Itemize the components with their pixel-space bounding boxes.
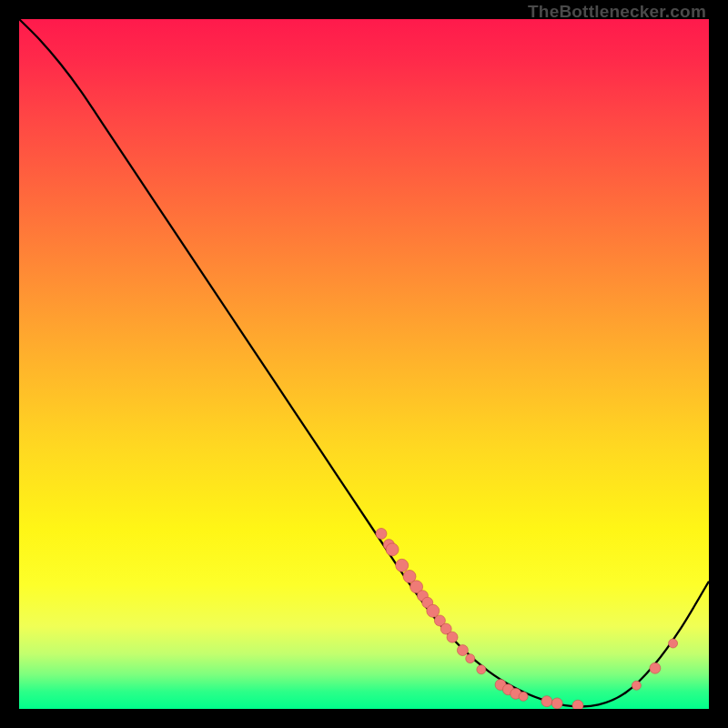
data-marker [396, 559, 409, 571]
data-marker [427, 604, 440, 617]
chart-frame [19, 19, 709, 709]
data-marker [386, 543, 399, 556]
data-marker [541, 696, 552, 707]
data-marker [376, 528, 387, 539]
data-markers [376, 528, 678, 709]
data-marker [457, 645, 468, 656]
watermark-text: TheBottlenecker.com [528, 2, 706, 22]
data-marker [551, 698, 562, 709]
chart-svg [19, 19, 709, 709]
data-marker [466, 654, 475, 663]
bottleneck-curve [19, 19, 709, 707]
data-marker [632, 681, 641, 690]
data-marker [669, 639, 678, 648]
data-marker [572, 700, 583, 709]
data-marker [519, 692, 528, 701]
data-marker [650, 662, 661, 673]
data-marker [447, 632, 458, 642]
data-marker [477, 665, 486, 674]
